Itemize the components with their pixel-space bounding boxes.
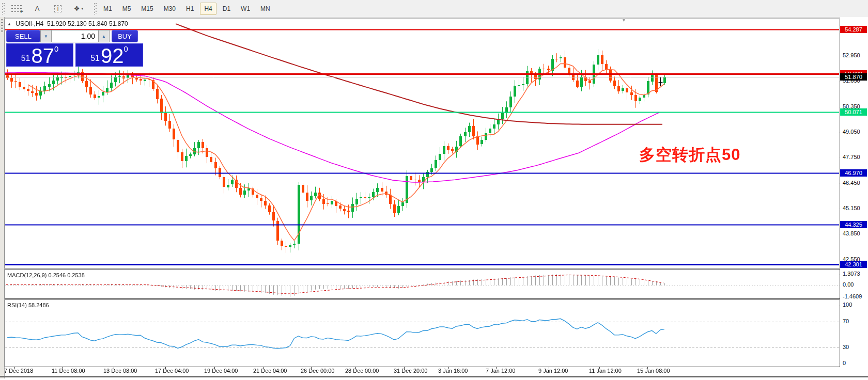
price-tick-label: 47.750 <box>843 154 860 160</box>
price-level-badge: 54.287 <box>840 26 867 33</box>
chart-shift-marker[interactable]: ▼ <box>622 18 626 23</box>
ohlc-values: 51.920 52.130 51.840 51.870 <box>47 20 128 27</box>
time-axis-label: 26 Dec 00:00 <box>301 368 334 374</box>
one-click-trading-panel: SELL ▼ 1.00 ▲ BUY 51 87 0 51 92 0 <box>6 30 143 67</box>
price-level-badge: 44.325 <box>840 221 867 228</box>
chart-title: ▲ USOil-,H4 51.920 52.130 51.840 51.870 <box>7 20 128 27</box>
macd-tick-label: 1.3073 <box>843 271 860 277</box>
volume-increase-button[interactable]: ▲ <box>98 30 110 42</box>
time-axis-label: 11 Dec 08:00 <box>52 368 85 374</box>
price-tick-label: 46.450 <box>843 180 860 186</box>
rsi-tick-label: 100 <box>843 302 852 308</box>
price-tick-label: 49.050 <box>843 129 860 135</box>
rsi-tick-label: 0 <box>843 360 846 366</box>
time-axis-label: 13 Dec 08:00 <box>103 368 137 374</box>
macd-indicator-label: MACD(12,26,9) 0.2546 0.2538 <box>7 272 85 278</box>
ask-price-quote[interactable]: 51 92 0 <box>75 43 143 67</box>
price-level-badge: 46.970 <box>840 169 867 177</box>
price-level-badge: 51.870 <box>840 73 867 81</box>
time-axis-label: 11 Jan 12:00 <box>589 368 622 374</box>
rsi-tick-label: 70 <box>843 318 849 324</box>
price-tick-label: 52.950 <box>843 52 860 58</box>
time-axis-label: 7 Dec 2018 <box>4 368 33 374</box>
sell-button[interactable]: SELL <box>6 30 40 42</box>
time-axis-label: 9 Jan 12:00 <box>538 368 568 374</box>
window-bottom-divider <box>0 376 868 377</box>
macd-tick-label: -1.4609 <box>843 293 862 299</box>
volume-decrease-button[interactable]: ▼ <box>40 30 52 42</box>
price-level-badge: 50.071 <box>840 108 867 116</box>
macd-tick-label: 0.00 <box>843 281 854 288</box>
time-axis-label: 7 Jan 12:00 <box>486 368 516 374</box>
chart-text-annotation[interactable]: 多空转折点50 <box>639 144 740 166</box>
time-axis-label: 31 Dec 20:00 <box>394 368 427 374</box>
price-level-badge: 42.301 <box>840 261 867 268</box>
symbol-period-label: USOil-,H4 <box>16 20 43 27</box>
bid-price-quote[interactable]: 51 87 0 <box>6 43 73 67</box>
buy-button[interactable]: BUY <box>112 30 138 42</box>
time-axis-label: 17 Dec 04:00 <box>155 368 189 374</box>
time-axis-label: 3 Jan 16:00 <box>438 368 468 374</box>
price-tick-label: 43.850 <box>843 230 860 236</box>
volume-input[interactable]: 1.00 <box>52 30 98 42</box>
price-tick-label: 45.150 <box>843 205 860 211</box>
mt4-window: F A T ❖ ▾ M1M5M15M30H1H4D1W1MN ▲ USOil-,… <box>0 0 868 380</box>
time-axis-label: 21 Dec 04:00 <box>253 368 287 374</box>
time-axis-label: 19 Dec 04:00 <box>204 368 238 374</box>
collapse-triangle-icon[interactable]: ▲ <box>7 22 11 26</box>
time-axis-label: 28 Dec 00:00 <box>345 368 379 374</box>
time-axis-label: 15 Jan 08:00 <box>637 368 670 374</box>
rsi-indicator-label: RSI(14) 58.2486 <box>7 302 49 308</box>
rsi-tick-label: 30 <box>843 344 849 350</box>
